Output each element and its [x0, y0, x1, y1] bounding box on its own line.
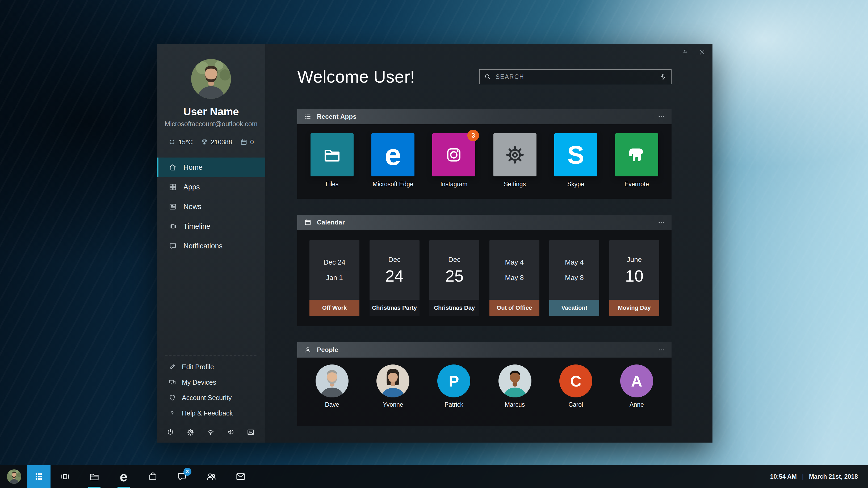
pictures-button[interactable] [247, 428, 255, 436]
gear-icon [187, 428, 195, 436]
sidebar-nav: Home Apps News Timeline Notifications [157, 158, 265, 256]
recent-apps-icon [304, 113, 312, 120]
person-carol[interactable]: C Carol [552, 364, 600, 426]
edge-logo: e [120, 470, 128, 484]
recent-apps-more-button[interactable] [658, 113, 664, 120]
event-date: May 4 [505, 258, 524, 266]
nav-label: Home [183, 163, 203, 172]
app-tile-skype[interactable]: S [554, 133, 597, 176]
calendar-event[interactable]: Dec25 Christmas Day [429, 240, 479, 316]
edit-profile-link[interactable]: Edit Profile [157, 359, 265, 375]
app-label: Settings [504, 181, 526, 188]
stat-events-value: 0 [250, 138, 254, 146]
app-edge: e Microsoft Edge [369, 133, 417, 199]
user-name: User Name [183, 106, 239, 118]
people-header: People [297, 342, 672, 358]
section-title: Recent Apps [317, 113, 356, 120]
mail-icon [235, 471, 246, 482]
page-title: Welcome User! [297, 67, 415, 87]
app-evernote: Evernote [613, 133, 661, 199]
link-label: Edit Profile [182, 363, 214, 371]
app-label: Microsoft Edge [372, 181, 413, 188]
open-app-indicator [118, 487, 130, 488]
recent-apps-section: Recent Apps Files e Microsoft Edge 3 [297, 109, 672, 199]
app-skype: S Skype [552, 133, 600, 199]
app-tile-files[interactable] [311, 133, 353, 176]
start-grid-icon [34, 472, 43, 481]
event-day: 25 [445, 268, 464, 284]
mail-button[interactable] [226, 465, 255, 488]
stat-points: 210388 [201, 138, 232, 146]
app-tile-edge[interactable]: e [371, 133, 414, 176]
event-month: Dec [448, 256, 461, 264]
search-bar [479, 69, 672, 84]
search-input[interactable] [495, 73, 656, 81]
close-icon[interactable] [699, 49, 706, 56]
app-tile-evernote[interactable] [615, 133, 658, 176]
taskbar-clock[interactable]: 10:54 AM | March 21st, 2018 [770, 473, 868, 480]
event-label: Out of Office [490, 300, 539, 316]
open-app-indicator [88, 487, 100, 488]
settings-button[interactable] [187, 428, 195, 436]
event-label: Christmas Party [370, 300, 420, 316]
pin-icon[interactable] [682, 49, 688, 56]
event-label: Moving Day [609, 300, 659, 316]
shield-icon [168, 394, 176, 401]
calendar-event[interactable]: Dec24 Christmas Party [370, 240, 420, 316]
avatar [316, 364, 348, 397]
person-patrick[interactable]: P Patrick [430, 364, 478, 426]
evernote-elephant-icon [627, 145, 646, 164]
taskbar-avatar[interactable] [7, 469, 21, 484]
person-name: Marcus [505, 401, 525, 408]
store-button[interactable] [138, 465, 167, 488]
calendar-header: Calendar [297, 215, 672, 230]
my-devices-link[interactable]: My Devices [157, 375, 265, 390]
avatar-initial: C [570, 372, 581, 390]
task-view-button[interactable] [51, 465, 80, 488]
people-body: Dave Yvonne P Patrick Marcus C Carol [297, 358, 672, 426]
avatar: A [620, 364, 653, 397]
calendar-event[interactable]: June10 Moving Day [609, 240, 659, 316]
sidebar-item-notifications[interactable]: Notifications [157, 236, 265, 256]
avatar [498, 364, 531, 397]
instagram-camera-icon [445, 146, 463, 164]
sidebar-item-news[interactable]: News [157, 197, 265, 217]
people-more-button[interactable] [658, 347, 664, 353]
avatar: C [559, 364, 592, 397]
calendar-icon [304, 219, 312, 226]
account-security-link[interactable]: Account Security [157, 390, 265, 405]
person-yvonne[interactable]: Yvonne [369, 364, 417, 426]
news-icon [168, 202, 177, 211]
messaging-button[interactable]: 3 [167, 465, 197, 488]
power-icon [166, 428, 175, 436]
volume-button[interactable] [227, 428, 235, 436]
start-panel: User Name Microsoftaccount@outlook.com 1… [157, 44, 712, 443]
calendar-event[interactable]: May 4May 8 Out of Office [490, 240, 539, 316]
sidebar-item-apps[interactable]: Apps [157, 177, 265, 197]
app-tile-settings[interactable] [493, 133, 536, 176]
app-tile-instagram[interactable]: 3 [432, 133, 475, 176]
wifi-button[interactable] [207, 428, 215, 436]
calendar-event[interactable]: Dec 24Jan 1 Off Work [309, 240, 360, 316]
stat-weather: 15°C [168, 138, 193, 146]
calendar-icon [240, 138, 248, 146]
apps-grid-icon [168, 183, 177, 191]
calendar-more-button[interactable] [658, 219, 664, 226]
person-marcus[interactable]: Marcus [491, 364, 539, 426]
edge-button[interactable]: e [109, 465, 138, 488]
people-button[interactable] [197, 465, 226, 488]
link-label: Help & Feedback [182, 410, 233, 417]
sidebar-item-timeline[interactable]: Timeline [157, 217, 265, 236]
app-label: Instagram [440, 181, 467, 188]
help-feedback-link[interactable]: Help & Feedback [157, 405, 265, 421]
person-dave[interactable]: Dave [308, 364, 356, 426]
mic-button[interactable] [659, 73, 667, 80]
file-explorer-button[interactable] [80, 465, 109, 488]
power-button[interactable] [166, 428, 175, 436]
person-anne[interactable]: A Anne [613, 364, 661, 426]
start-button[interactable] [27, 465, 51, 488]
notification-badge: 3 [467, 130, 479, 141]
sidebar-item-home[interactable]: Home [157, 158, 265, 177]
calendar-event[interactable]: May 4May 8 Vacation! [549, 240, 599, 316]
nav-label: Timeline [183, 222, 210, 231]
